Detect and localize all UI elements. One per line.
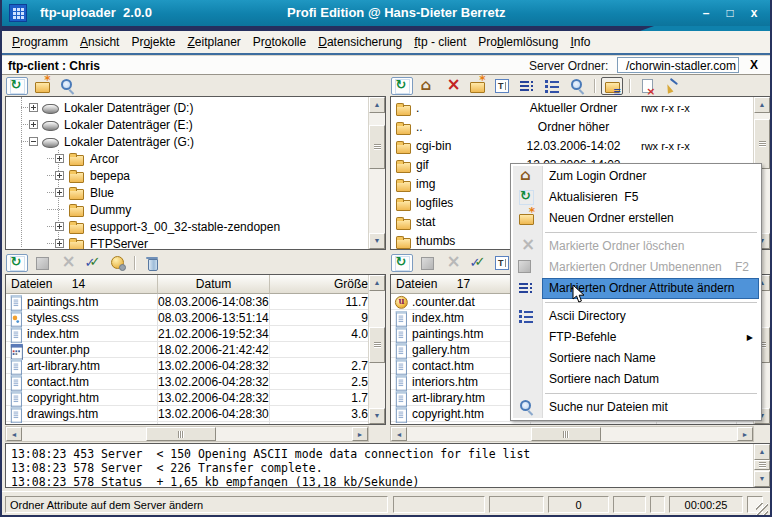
title-bar[interactable]: ftp-uploader 2.0.0 Profi Edition @ Hans-… xyxy=(2,0,770,26)
scroll-up-icon[interactable]: ▲ xyxy=(369,97,385,113)
scroll-up-icon[interactable]: ▲ xyxy=(369,275,385,291)
menu-item-ascii-directory[interactable]: Ascii Directory xyxy=(511,306,761,327)
menu-item-sortiere-nach-name[interactable]: Sortiere nach Name xyxy=(511,348,761,369)
refresh-button[interactable] xyxy=(391,254,413,272)
scroll-right-icon[interactable]: ► xyxy=(737,427,753,441)
tree-item[interactable]: Arcor xyxy=(6,150,368,167)
scroll-thumb[interactable] xyxy=(754,119,770,169)
attributes-button[interactable] xyxy=(516,77,538,95)
remote-hscrollbar[interactable]: ◄ ► xyxy=(390,426,754,442)
clean-button[interactable] xyxy=(661,77,683,95)
menubar-item-datensicherung[interactable]: Datensicherung xyxy=(312,33,408,51)
tree-item[interactable]: Lokaler Datenträger (D:) xyxy=(6,99,368,116)
scroll-thumb[interactable] xyxy=(369,125,385,169)
local-files-scrollbar[interactable]: ▲ ▼ xyxy=(368,275,385,424)
menubar-item-protokolle[interactable]: Protokolle xyxy=(247,33,312,51)
tree-toggle-plus-icon[interactable] xyxy=(55,171,64,180)
file-row[interactable]: contact.htm13.02.2006-04:28:322.5 xyxy=(6,374,385,390)
menu-item-ftp-befehle[interactable]: FTP-Befehle▶ xyxy=(511,327,761,348)
menubar-item-probleml-sung[interactable]: Problemlösung xyxy=(472,33,564,51)
rename-button[interactable] xyxy=(491,77,513,95)
menu-item-sortiere-nach-datum[interactable]: Sortiere nach Datum xyxy=(511,369,761,390)
scroll-up-icon[interactable]: ▲ xyxy=(754,444,770,460)
log-line: 13:08:23 578 Status + 1,65 kb empfangen … xyxy=(6,475,753,488)
scroll-down-icon[interactable]: ▼ xyxy=(369,233,385,249)
resize-grip[interactable] xyxy=(756,503,768,515)
menubar-item-programm[interactable]: Programm xyxy=(6,33,74,51)
tree-toggle-plus-icon[interactable] xyxy=(55,154,64,163)
project-close-button[interactable]: X xyxy=(746,58,762,73)
folder-attributes-button[interactable] xyxy=(601,77,623,95)
tree-toggle-plus-icon[interactable] xyxy=(29,120,38,129)
tree-item[interactable]: Dummy xyxy=(6,201,368,218)
scroll-down-icon[interactable]: ▼ xyxy=(369,408,385,424)
scroll-thumb[interactable] xyxy=(369,327,385,363)
file-row[interactable]: styles.css08.03.2006-13:51:149 xyxy=(6,310,385,326)
server-folder-path[interactable]: /chorwin-stadler.com xyxy=(617,57,739,73)
column-header-size[interactable]: Größe xyxy=(270,275,374,294)
scroll-down-icon[interactable]: ▼ xyxy=(754,471,770,487)
select-all-button[interactable] xyxy=(81,254,103,272)
scroll-up-icon[interactable]: ▲ xyxy=(754,97,770,113)
maximize-button[interactable]: □ xyxy=(722,6,738,21)
new-folder-button[interactable] xyxy=(31,77,53,95)
file-row[interactable]: index.htm21.02.2006-19:52:344.0 xyxy=(6,326,385,342)
file-row[interactable]: counter.php18.02.2006-21:42:42 xyxy=(6,342,385,358)
select-all-button[interactable] xyxy=(466,254,488,272)
column-header-date[interactable]: Datum xyxy=(158,275,270,294)
tree-item-label: bepepa xyxy=(90,169,130,183)
delete-folder-button[interactable] xyxy=(441,77,463,95)
log-scrollbar[interactable]: ▲ ▼ xyxy=(753,444,770,487)
tree-item[interactable]: Lokaler Datenträger (E:) xyxy=(6,116,368,133)
tree-toggle-plus-icon[interactable] xyxy=(55,188,64,197)
menubar-item-ansicht[interactable]: Ansicht xyxy=(74,33,125,51)
menubar-item-ftp-client[interactable]: ftp - client xyxy=(408,33,472,51)
recycle-button[interactable] xyxy=(141,254,163,272)
file-row[interactable]: art-library.htm13.02.2006-04:28:322.7 xyxy=(6,358,385,374)
tree-toggle-plus-icon[interactable] xyxy=(55,239,64,248)
menu-item-zum-login-ordner[interactable]: Zum Login Ordner xyxy=(511,166,761,187)
column-header-name[interactable]: Dateien 14 xyxy=(6,275,158,294)
folder-row[interactable]: .Aktueller Ordnerrwx r-x r-x xyxy=(391,99,753,118)
scroll-thumb[interactable] xyxy=(146,427,216,441)
search-button[interactable] xyxy=(56,77,78,95)
tree-item[interactable]: Lokaler Datenträger (G:) xyxy=(6,133,368,150)
folder-row[interactable]: ..Ordner höher xyxy=(391,118,753,137)
tree-item[interactable]: bepepa xyxy=(6,167,368,184)
search-button[interactable] xyxy=(566,77,588,95)
refresh-button[interactable] xyxy=(6,254,28,272)
refresh-button[interactable] xyxy=(391,77,413,95)
tree-item[interactable]: FTPServer xyxy=(6,235,368,250)
menubar-item-projekte[interactable]: Projekte xyxy=(125,33,181,51)
scroll-left-icon[interactable]: ◄ xyxy=(391,427,407,441)
scroll-right-icon[interactable]: ► xyxy=(352,427,368,441)
scroll-left-icon[interactable]: ◄ xyxy=(6,427,22,441)
scroll-thumb[interactable] xyxy=(754,460,770,470)
tree-item[interactable]: esupport-3_00_32-stable-zendopen xyxy=(6,218,368,235)
tree-toggle-minus-icon[interactable] xyxy=(29,137,38,146)
refresh-button[interactable] xyxy=(6,77,28,95)
menu-item-neuen-ordner-erstellen[interactable]: Neuen Ordner erstellen xyxy=(511,208,761,229)
menu-item-suche-nur-dateien-mit[interactable]: Suche nur Dateien mit xyxy=(511,397,761,418)
file-row[interactable]: paintings.htm08.03.2006-14:08:3611.7 xyxy=(6,294,385,310)
new-folder-button[interactable] xyxy=(466,77,488,95)
minimize-button[interactable]: – xyxy=(698,6,714,21)
transfer-button[interactable] xyxy=(106,254,128,272)
scroll-thumb[interactable] xyxy=(531,427,601,441)
menubar-item-info[interactable]: Info xyxy=(564,33,596,51)
tree-scrollbar[interactable]: ▲ ▼ xyxy=(368,97,385,249)
tree-item[interactable]: Blue xyxy=(6,184,368,201)
local-hscrollbar[interactable]: ◄ ► xyxy=(5,426,369,442)
file-row[interactable]: copyright.htm13.02.2006-04:28:321.7 xyxy=(6,390,385,406)
menu-item-markierten-ordner-attribute-ändern[interactable]: Markierten Ordner Attribute ändern xyxy=(511,278,761,299)
menu-item-aktualisieren-f5[interactable]: Aktualisieren F5 xyxy=(511,187,761,208)
file-row[interactable]: drawings.htm13.02.2006-04:28:303.6 xyxy=(6,406,385,422)
menubar-item-zeitplaner[interactable]: Zeitplaner xyxy=(181,33,246,51)
close-button[interactable]: x xyxy=(746,6,762,21)
tree-toggle-plus-icon[interactable] xyxy=(55,222,64,231)
ascii-directory-button[interactable] xyxy=(541,77,563,95)
folder-row[interactable]: cgi-bin12.03.2006-14:02rwx r-x r-x xyxy=(391,137,753,156)
delete-file-button[interactable] xyxy=(636,77,658,95)
tree-toggle-plus-icon[interactable] xyxy=(29,103,38,112)
login-folder-button[interactable] xyxy=(416,77,438,95)
